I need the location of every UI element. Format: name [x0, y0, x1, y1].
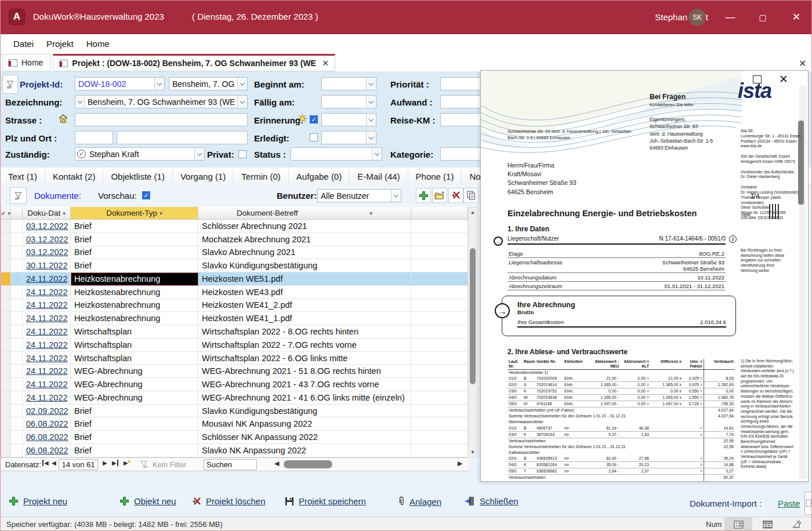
- tab-aufgabe[interactable]: Aufgabe (0): [289, 168, 350, 185]
- date-link[interactable]: 24.11.2022: [26, 380, 68, 389]
- table-row[interactable]: 24.11.2022WEG-AbrechnungWEG-Abrechnung 2…: [1, 365, 468, 378]
- schliessen-button[interactable]: Schließen: [465, 496, 519, 506]
- scrollbar-thumb[interactable]: [470, 248, 476, 384]
- table-row[interactable]: 06.08.2022BriefMousavi NK Anpassung 2022: [1, 417, 468, 431]
- maximize-icon[interactable]: ▢: [751, 11, 774, 25]
- table-row[interactable]: 24.11.2022WEG-AbrechnungWEG-Abrechnung 2…: [1, 378, 468, 391]
- table-row[interactable]: 24.11.2022HeizkostenabrechnungHeizkosten…: [1, 299, 468, 312]
- tab-phone[interactable]: Phone (1): [408, 168, 462, 185]
- date-column-header[interactable]: Doku-Dat▾: [23, 207, 71, 219]
- scroll-up-icon[interactable]: ▲: [469, 209, 477, 215]
- fallig-combo[interactable]: [321, 95, 376, 108]
- date-link[interactable]: 24.11.2022: [26, 274, 68, 283]
- scroll-left-icon[interactable]: ◀: [274, 460, 279, 467]
- table-row[interactable]: 30.11.2022BriefSlavko Kündigungsbestätig…: [1, 259, 468, 272]
- tab-home[interactable]: Home: [2, 54, 50, 71]
- tab-project[interactable]: Projekt : (DOW-18-002) Bensheim, 7. OG S…: [53, 54, 335, 71]
- preview-close-icon[interactable]: ✕: [779, 72, 788, 86]
- scroll-down-icon[interactable]: ▼: [469, 449, 477, 455]
- tab-kontakt[interactable]: Kontakt (2): [45, 168, 103, 185]
- date-link[interactable]: 06.08.2022: [26, 446, 68, 455]
- date-link[interactable]: 06.08.2022: [26, 419, 68, 428]
- table-row[interactable]: 24.11.2022WEG-AbrechnungWEG-Abrechnung 2…: [1, 391, 468, 405]
- tab-close-icon[interactable]: ✕: [322, 59, 329, 68]
- erledigt-combo[interactable]: [321, 131, 376, 144]
- form-filter-button[interactable]: [2, 75, 18, 94]
- erinnerung-combo[interactable]: [321, 113, 376, 126]
- scroll-right-icon[interactable]: ▶: [458, 460, 462, 467]
- table-vertical-scrollbar[interactable]: ▲ ▼: [468, 207, 477, 457]
- date-link[interactable]: 24.11.2022: [26, 300, 68, 310]
- projekt-objekt-combo[interactable]: Bensheim, 7. OG: [169, 77, 248, 90]
- paste-target-button[interactable]: [804, 492, 812, 515]
- table-row[interactable]: 06.08.2022BriefSchlösser NK Anpassung 20…: [1, 431, 468, 444]
- erinnerung-checkbox[interactable]: ✓: [310, 115, 318, 123]
- prev-record-icon[interactable]: ◀: [52, 460, 56, 466]
- subject-column-header[interactable]: Dokument-Betreff▾: [198, 207, 411, 219]
- zustandig-combo[interactable]: ✓ Stephan Kraft: [75, 147, 205, 161]
- projekt-neu-button[interactable]: Projekt neu: [9, 496, 67, 506]
- tab-e-mail[interactable]: E-Mail (44): [350, 168, 408, 185]
- tab-objektliste[interactable]: Objektliste (1): [103, 168, 173, 185]
- vorschau-checkbox[interactable]: ✓: [142, 191, 150, 199]
- date-link[interactable]: 24.11.2022: [26, 393, 68, 402]
- datasheet-view-button[interactable]: [753, 517, 781, 531]
- kein-filter-button[interactable]: Kein Filter: [153, 460, 187, 469]
- date-link[interactable]: 06.08.2022: [26, 432, 68, 442]
- new-record-icon[interactable]: ▶*: [124, 460, 130, 466]
- last-record-icon[interactable]: ▶: [112, 460, 118, 466]
- next-record-icon[interactable]: ▶: [103, 460, 107, 466]
- menu-item-projekt[interactable]: Projekt: [46, 39, 74, 49]
- table-row[interactable]: 02.09.2022BriefSlavko Kündigungsbestätig…: [1, 405, 468, 418]
- avatar[interactable]: SK: [688, 9, 706, 26]
- date-link[interactable]: 24.11.2022: [26, 366, 68, 376]
- type-column-header[interactable]: Dokument-Typ▾: [71, 207, 198, 219]
- table-row[interactable]: 24.11.2022WirtschaftsplanWirtschaftsplan…: [1, 352, 468, 365]
- anlagen-button[interactable]: Anlagen: [398, 496, 441, 507]
- strasse-input[interactable]: [75, 113, 248, 126]
- projekt-loeschen-button[interactable]: Projekt löschen: [192, 496, 266, 506]
- bezeichnung-combo[interactable]: Bensheim, 7. OG Schwanheimer 93 (WE 43): [75, 95, 248, 108]
- table-row[interactable]: 24.11.2022WirtschaftsplanWirtschaftsplan…: [1, 339, 468, 352]
- table-row[interactable]: 24.11.2022HeizkostenabrechnungHeizkosten…: [1, 272, 468, 286]
- copy-document-button[interactable]: [463, 188, 478, 203]
- projekt-speichern-button[interactable]: Projekt speichern: [285, 496, 366, 506]
- h-scrollbar-thumb[interactable]: [284, 460, 332, 468]
- add-document-button[interactable]: [416, 188, 431, 203]
- delete-document-button[interactable]: [448, 188, 463, 203]
- menu-item-home[interactable]: Home: [86, 39, 110, 49]
- plz-input[interactable]: [75, 131, 113, 144]
- menu-item-datei[interactable]: Datei: [13, 39, 34, 49]
- row-selector-header[interactable]: ▾: [1, 207, 11, 219]
- tabgroup-close-icon[interactable]: ✕: [799, 58, 806, 69]
- table-row[interactable]: 03.12.2022BriefMochatzek Abrechnung 2021: [1, 233, 468, 246]
- objekt-neu-button[interactable]: Objekt neu: [119, 496, 176, 506]
- tab-text[interactable]: Text (1): [1, 168, 45, 185]
- beginnt-combo[interactable]: [321, 77, 376, 90]
- date-link[interactable]: 24.11.2022: [26, 288, 68, 297]
- record-position[interactable]: 14 von 61: [59, 459, 98, 470]
- status-combo[interactable]: [291, 147, 382, 161]
- minimize-icon[interactable]: —: [719, 11, 742, 25]
- tab-vorgang[interactable]: Vorgang (1): [173, 168, 234, 185]
- date-link[interactable]: 24.11.2022: [26, 327, 68, 336]
- erledigt-checkbox[interactable]: [310, 133, 318, 141]
- table-row[interactable]: 03.12.2022BriefSlavko Abrechnung 2021: [1, 246, 468, 260]
- table-row[interactable]: 24.11.2022WirtschaftsplanWirtschaftsplan…: [1, 325, 468, 339]
- table-row[interactable]: 24.11.2022HeizkostenabrechnungHeizkosten…: [1, 286, 468, 299]
- alarm-icon[interactable]: [298, 114, 307, 123]
- table-row[interactable]: 24.11.2022HeizkostenabrechnungHeizkosten…: [1, 312, 468, 325]
- table-row[interactable]: 06.08.2022BriefSlavko NK Anpassung 2022: [1, 444, 468, 457]
- design-view-button[interactable]: [782, 517, 810, 531]
- date-link[interactable]: 02.09.2022: [26, 406, 68, 416]
- doc-filter-button[interactable]: [10, 187, 27, 204]
- date-link[interactable]: 03.12.2022: [26, 235, 68, 244]
- date-link[interactable]: 03.12.2022: [26, 248, 68, 257]
- form-view-button[interactable]: [724, 517, 752, 531]
- date-link[interactable]: 03.12.2022: [26, 221, 68, 231]
- benutzer-combo[interactable]: Alle Benutzer: [317, 189, 401, 202]
- projekt-id-combo[interactable]: DOW-18-002: [75, 77, 165, 90]
- paste-link[interactable]: Paste: [778, 499, 800, 508]
- open-document-button[interactable]: [432, 188, 447, 203]
- privat-checkbox[interactable]: [238, 150, 246, 158]
